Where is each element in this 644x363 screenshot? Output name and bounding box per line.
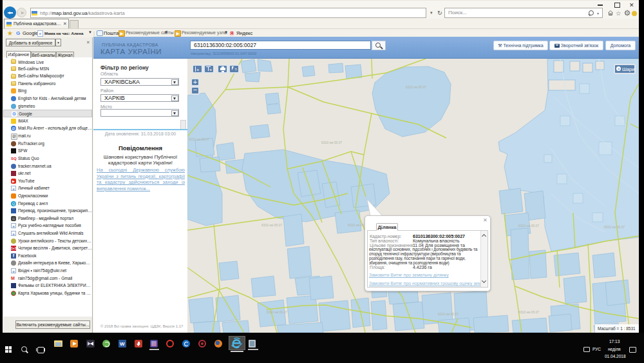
svg-text:6310 км 05.07: 6310 км 05.07: [267, 310, 287, 314]
svg-text:6310 км 05.07: 6310 км 05.07: [189, 137, 209, 141]
svg-text:6310 км 05.07: 6310 км 05.07: [261, 223, 282, 227]
svg-text:6310 км 05.07: 6310 км 05.07: [518, 310, 539, 314]
svg-text:6310 км 05.07: 6310 км 05.07: [321, 141, 342, 144]
svg-text:6310 км 05.07: 6310 км 05.07: [438, 312, 459, 316]
svg-text:6310 км 05.07: 6310 км 05.07: [406, 85, 426, 89]
svg-text:6310 км 05.07: 6310 км 05.07: [518, 224, 539, 228]
svg-text:6310 км 05.07: 6310 км 05.07: [604, 225, 625, 229]
